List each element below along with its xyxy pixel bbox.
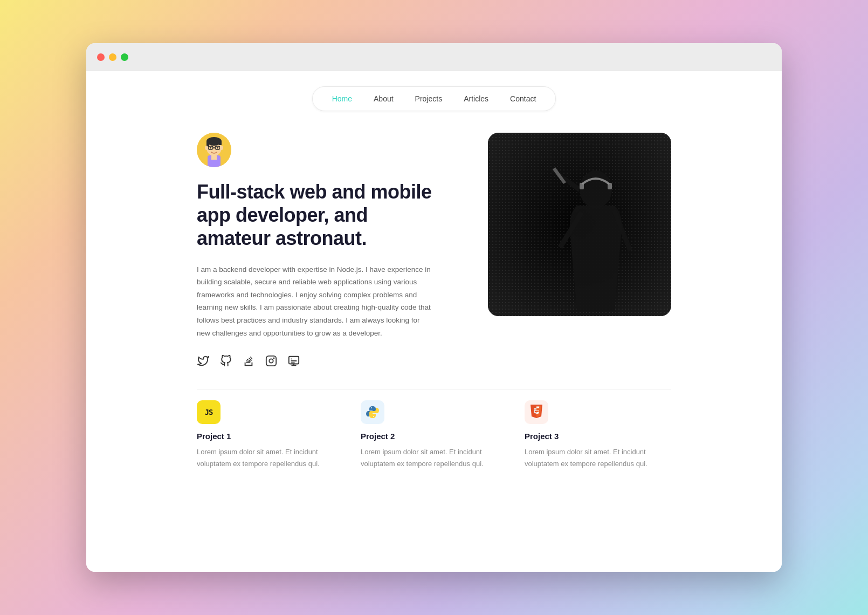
project-1-badge: JS [197,400,221,424]
traffic-light-red[interactable] [97,53,105,61]
nav-item-about[interactable]: About [365,91,402,106]
project-2-desc: Lorem ipsum dolor sit amet. Et incidunt … [361,446,507,469]
traffic-light-green[interactable] [121,53,128,61]
svg-point-15 [269,359,273,363]
project-1-title: Project 1 [197,432,343,441]
browser-content: Home About Projects Articles Contact [86,71,782,572]
project-card-1: JS Project 1 Lorem ipsum dolor sit amet.… [197,400,343,469]
project-card-2: Project 2 Lorem ipsum dolor sit amet. Et… [361,400,507,469]
instagram-icon[interactable] [265,354,278,367]
svg-point-8 [210,147,211,149]
hero-image [488,133,671,316]
linkedin-icon[interactable] [287,354,300,367]
avatar [197,133,231,167]
hero-description: I am a backend developer with expertise … [197,263,434,340]
project-1-desc: Lorem ipsum dolor sit amet. Et incidunt … [197,446,343,469]
svg-rect-19 [580,183,584,189]
hero-left: Full-stack web and mobile app developer,… [197,133,434,367]
social-icons [197,354,434,367]
nav-item-projects[interactable]: Projects [407,91,451,106]
svg-point-11 [220,146,223,150]
project-3-title: Project 3 [525,432,671,441]
hero-section: Full-stack web and mobile app developer,… [197,133,671,367]
svg-point-10 [205,146,208,150]
project-2-title: Project 2 [361,432,507,441]
nav-item-articles[interactable]: Articles [455,91,497,106]
svg-rect-13 [211,155,217,160]
project-3-badge [525,400,548,424]
main-content: Full-stack web and mobile app developer,… [197,122,671,572]
svg-rect-14 [266,356,276,366]
traffic-light-yellow[interactable] [109,53,116,61]
projects-section: JS Project 1 Lorem ipsum dolor sit amet.… [197,389,671,469]
github-icon[interactable] [219,354,232,367]
projects-grid: JS Project 1 Lorem ipsum dolor sit amet.… [197,400,671,469]
browser-window: Home About Projects Articles Contact [86,43,782,572]
navigation-container: Home About Projects Articles Contact [86,71,782,122]
traffic-lights [97,53,128,61]
project-2-badge [361,400,384,424]
project-card-3: Project 3 Lorem ipsum dolor sit amet. Et… [525,400,671,469]
hero-title: Full-stack web and mobile app developer,… [197,180,434,250]
nav-item-home[interactable]: Home [323,91,361,106]
project-3-desc: Lorem ipsum dolor sit amet. Et incidunt … [525,446,671,469]
svg-rect-20 [608,183,612,189]
stackoverflow-icon[interactable] [242,354,255,367]
svg-point-18 [580,170,612,208]
svg-rect-4 [219,141,222,145]
svg-point-9 [217,147,218,149]
svg-point-16 [273,358,275,359]
nav-bar: Home About Projects Articles Contact [312,86,556,111]
browser-chrome [86,43,782,71]
nav-item-contact[interactable]: Contact [501,91,545,106]
twitter-icon[interactable] [197,354,210,367]
